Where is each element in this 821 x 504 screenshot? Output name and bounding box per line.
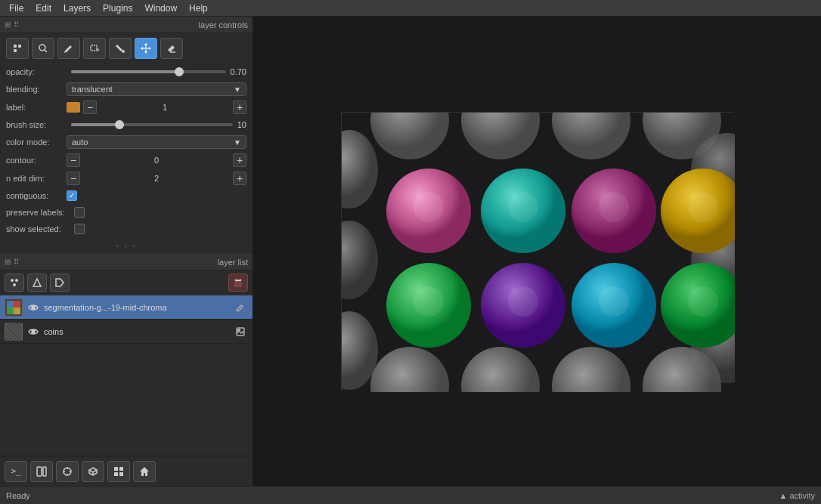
blending-label: blending: xyxy=(6,85,67,94)
layer-name-segmentation: segmentation-g...-19-mid-chroma xyxy=(44,303,233,312)
erase-tool-btn[interactable] xyxy=(160,38,183,59)
paint-tool-btn[interactable] xyxy=(32,38,54,59)
transform3d-btn[interactable] xyxy=(82,461,104,482)
layer-item-segmentation[interactable]: segmentation-g...-19-mid-chroma xyxy=(0,295,252,320)
contiguous-checkbox[interactable]: ✓ xyxy=(67,190,77,201)
more-options-btn[interactable]: · · · xyxy=(0,237,252,254)
svg-rect-13 xyxy=(7,301,14,308)
label-increment-btn[interactable]: + xyxy=(233,100,246,114)
n-edit-dim-control: − 2 + xyxy=(67,172,246,185)
console-btn[interactable]: >_ xyxy=(5,461,27,482)
label-label: label: xyxy=(6,103,67,112)
edit-layer-icon[interactable] xyxy=(233,300,248,315)
contour-increment-btn[interactable]: + xyxy=(233,153,246,167)
contour-control: − 0 + xyxy=(67,153,246,167)
layers-icon xyxy=(36,466,47,477)
layer-list-section: ⊞ ⠿ layer list xyxy=(0,254,252,456)
opacity-row: opacity: 0.70 xyxy=(0,63,252,80)
canvas-area[interactable] xyxy=(253,17,821,486)
home-icon xyxy=(139,466,150,477)
show-selected-checkbox[interactable] xyxy=(74,224,85,234)
plugin-btn[interactable] xyxy=(56,461,79,482)
transform-tool-btn[interactable] xyxy=(6,38,29,59)
activity-btn[interactable]: ▲ activity xyxy=(779,491,815,500)
svg-rect-25 xyxy=(119,467,123,471)
new-points-layer-btn[interactable] xyxy=(5,274,24,292)
labels-icon xyxy=(7,301,20,314)
layer-visibility-segmentation-btn[interactable] xyxy=(26,300,41,315)
grid-view-btn[interactable] xyxy=(107,461,130,482)
svg-rect-14 xyxy=(14,301,20,308)
tools-row xyxy=(0,33,252,63)
n-edit-dim-value: 2 xyxy=(83,174,230,183)
console-icon: >_ xyxy=(11,466,20,476)
ready-status: Ready xyxy=(6,491,30,500)
layer-list-title: layer list xyxy=(218,258,248,267)
color-mode-select[interactable]: auto ▼ xyxy=(67,135,246,149)
n-edit-dim-row: n edit dim: − 2 + xyxy=(0,169,252,187)
delete-layer-btn[interactable] xyxy=(228,274,248,292)
opacity-label: opacity: xyxy=(6,67,67,76)
svg-rect-1 xyxy=(18,45,21,48)
grid-icon2: ⊞ xyxy=(5,258,11,266)
plugin-icon xyxy=(62,466,73,477)
label-row: label: − 1 + xyxy=(0,98,252,116)
svg-rect-26 xyxy=(114,472,118,476)
n-edit-dim-decrement-btn[interactable]: − xyxy=(67,172,80,185)
svg-marker-10 xyxy=(33,279,41,286)
svg-rect-24 xyxy=(114,467,118,471)
fill-tool-btn[interactable] xyxy=(109,38,132,59)
new-labels-layer-btn[interactable] xyxy=(50,274,70,292)
contour-label: contour: xyxy=(6,156,67,165)
new-shape-layer-btn[interactable] xyxy=(27,274,47,292)
preserve-labels-label: preserve labels: xyxy=(6,208,74,217)
label-decrement-btn[interactable]: − xyxy=(83,100,97,114)
brush-size-label: brush size: xyxy=(6,120,67,129)
svg-point-56 xyxy=(508,286,538,317)
contour-decrement-btn[interactable]: − xyxy=(67,153,80,167)
layer-item-coins[interactable]: coins xyxy=(0,320,252,344)
select-rect-tool-btn[interactable] xyxy=(83,38,106,59)
menu-layers[interactable]: Layers xyxy=(57,2,97,15)
contour-value: 0 xyxy=(83,156,230,165)
handle-icon: ⠿ xyxy=(14,20,19,29)
pencil-tool-btn[interactable] xyxy=(57,38,80,59)
brush-size-row: brush size: 10 xyxy=(0,116,252,133)
move-tool-btn[interactable] xyxy=(135,38,157,59)
handle-icon2: ⠿ xyxy=(14,258,19,266)
brush-size-slider[interactable] xyxy=(71,123,233,126)
layer-tools-bar xyxy=(0,271,252,295)
svg-point-7 xyxy=(11,279,14,282)
image-layer-icon xyxy=(233,324,248,339)
opacity-slider[interactable] xyxy=(71,70,226,73)
menu-edit[interactable]: Edit xyxy=(29,2,57,15)
home-btn[interactable] xyxy=(133,461,156,482)
svg-rect-12 xyxy=(236,280,240,281)
bottom-toolbar: >_ xyxy=(0,456,252,486)
contiguous-label: contiguous: xyxy=(6,191,67,200)
svg-point-20 xyxy=(238,329,240,331)
color-mode-row: color mode: auto ▼ xyxy=(0,133,252,151)
chevron-down-icon2: ▼ xyxy=(234,138,241,147)
label-color-swatch[interactable] xyxy=(67,102,80,113)
menu-file[interactable]: File xyxy=(3,2,29,15)
layer-controls-title: layer controls xyxy=(199,20,248,29)
svg-line-4 xyxy=(45,50,47,52)
layer-thumb-coins xyxy=(5,323,23,341)
menu-window[interactable]: Window xyxy=(138,2,183,15)
layer-visibility-coins-btn[interactable] xyxy=(26,324,41,339)
grid-icon: ⊞ xyxy=(5,20,11,29)
n-edit-dim-increment-btn[interactable]: + xyxy=(233,172,246,185)
blending-select[interactable]: translucent ▼ xyxy=(67,82,246,96)
svg-point-52 xyxy=(508,192,538,222)
layer-thumb-segmentation xyxy=(5,298,23,317)
menu-help[interactable]: Help xyxy=(183,2,214,15)
layer-panel-btn[interactable] xyxy=(30,461,53,482)
svg-point-55 xyxy=(414,286,444,317)
svg-point-53 xyxy=(599,192,629,222)
menu-plugins[interactable]: Plugins xyxy=(97,2,138,15)
left-panel: ⊞ ⠿ layer controls xyxy=(0,17,253,486)
layer-list-header: ⊞ ⠿ layer list xyxy=(0,254,252,271)
preserve-labels-checkbox[interactable] xyxy=(74,207,85,218)
svg-point-9 xyxy=(13,283,16,286)
